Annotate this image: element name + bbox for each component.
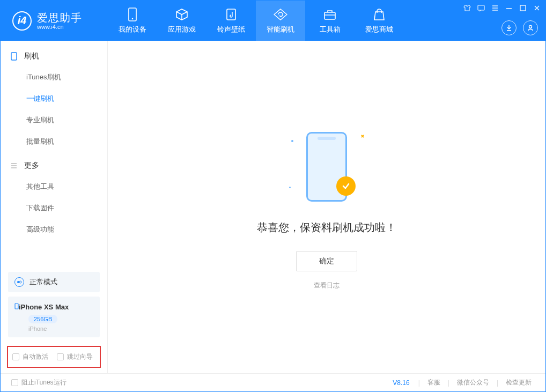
close-icon[interactable] bbox=[533, 4, 541, 12]
checkbox-block-itunes[interactable]: 阻止iTunes运行 bbox=[11, 378, 67, 387]
sidebar-item-oneclick-flash[interactable]: 一键刷机 bbox=[1, 88, 107, 109]
device-type: iPhone bbox=[28, 326, 93, 332]
user-icon[interactable] bbox=[523, 20, 538, 35]
footer-link-support[interactable]: 客服 bbox=[424, 378, 444, 387]
nav-tab-label: 智能刷机 bbox=[267, 25, 294, 34]
sidebar-header-label: 刷机 bbox=[24, 51, 39, 61]
checkbox-box-icon bbox=[12, 353, 19, 360]
view-log-link[interactable]: 查看日志 bbox=[314, 281, 340, 290]
checkbox-box-icon bbox=[11, 379, 18, 386]
checkbox-label: 阻止iTunes运行 bbox=[21, 378, 67, 387]
minimize-icon[interactable] bbox=[505, 4, 513, 12]
separator: | bbox=[418, 379, 420, 387]
app-title: 爱思助手 bbox=[37, 12, 82, 24]
sidebar-item-batch-flash[interactable]: 批量刷机 bbox=[1, 131, 107, 152]
nav-tab-flash[interactable]: 智能刷机 bbox=[256, 1, 305, 41]
sidebar-section-flash: 刷机 iTunes刷机 一键刷机 专业刷机 批量刷机 bbox=[1, 46, 107, 156]
checkbox-label: 跳过向导 bbox=[67, 352, 93, 361]
version-label: V8.16 bbox=[388, 379, 414, 387]
highlighted-checkbox-row: 自动激活 跳过向导 bbox=[7, 346, 101, 368]
mode-icon bbox=[14, 277, 24, 287]
nav-tab-label: 我的设备 bbox=[119, 25, 146, 34]
main-content: 恭喜您，保资料刷机成功啦！ 确定 查看日志 bbox=[108, 41, 545, 373]
download-icon[interactable] bbox=[501, 20, 517, 35]
checkbox-auto-activate[interactable]: 自动激活 bbox=[12, 352, 48, 361]
nav-tab-device[interactable]: 我的设备 bbox=[108, 1, 157, 41]
nav-tab-label: 工具箱 bbox=[320, 25, 341, 34]
feedback-icon[interactable] bbox=[477, 4, 485, 12]
cube-icon bbox=[174, 7, 189, 22]
svg-rect-2 bbox=[227, 9, 235, 20]
svg-rect-10 bbox=[15, 304, 18, 309]
mode-label: 正常模式 bbox=[29, 277, 57, 287]
sidebar-section-more: 更多 其他工具 下载固件 高级功能 bbox=[1, 156, 107, 243]
footer-link-update[interactable]: 检查更新 bbox=[503, 378, 535, 387]
sidebar-header-label: 更多 bbox=[24, 161, 39, 171]
separator: | bbox=[497, 379, 498, 387]
maximize-icon[interactable] bbox=[519, 4, 527, 12]
sidebar-header-more: 更多 bbox=[1, 156, 107, 176]
sidebar-item-other-tools[interactable]: 其他工具 bbox=[1, 176, 107, 197]
sidebar: 刷机 iTunes刷机 一键刷机 专业刷机 批量刷机 更多 其他工具 下载固件 … bbox=[1, 41, 108, 373]
nav-tab-ringtone[interactable]: 铃声壁纸 bbox=[206, 1, 256, 41]
sidebar-header-flash: 刷机 bbox=[1, 46, 107, 66]
menu-icon[interactable] bbox=[491, 4, 499, 12]
mode-card[interactable]: 正常模式 bbox=[8, 272, 100, 292]
nav-tab-toolbox[interactable]: 工具箱 bbox=[305, 1, 355, 41]
nav-tab-label: 爱思商城 bbox=[365, 25, 393, 34]
check-badge-icon bbox=[336, 176, 356, 196]
music-icon bbox=[224, 7, 239, 22]
footer-link-wechat[interactable]: 微信公众号 bbox=[454, 378, 492, 387]
svg-rect-7 bbox=[11, 53, 17, 60]
checkbox-box-icon bbox=[57, 353, 64, 360]
window-controls bbox=[463, 4, 541, 12]
sidebar-item-pro-flash[interactable]: 专业刷机 bbox=[1, 109, 107, 131]
svg-point-6 bbox=[529, 26, 532, 28]
bag-icon bbox=[372, 7, 387, 22]
footer-right: V8.16 | 客服 | 微信公众号 | 检查更新 bbox=[388, 378, 535, 387]
toolbox-icon bbox=[322, 7, 337, 22]
device-name: iPhone XS Max bbox=[19, 303, 69, 311]
sparkle-icon bbox=[360, 134, 365, 138]
sidebar-item-itunes-flash[interactable]: iTunes刷机 bbox=[1, 66, 107, 88]
app-window: i4 爱思助手 www.i4.cn 我的设备 应用游戏 bbox=[0, 0, 546, 392]
skin-icon[interactable] bbox=[463, 4, 471, 12]
footer: 阻止iTunes运行 V8.16 | 客服 | 微信公众号 | 检查更新 bbox=[1, 373, 545, 391]
header-right-icons bbox=[501, 20, 538, 35]
device-icon bbox=[125, 7, 140, 22]
nav-tabs: 我的设备 应用游戏 铃声壁纸 智能刷机 bbox=[108, 1, 404, 41]
refresh-icon bbox=[273, 7, 288, 22]
logo-icon: i4 bbox=[12, 11, 32, 31]
checkbox-label: 自动激活 bbox=[23, 352, 48, 361]
logo-area: i4 爱思助手 www.i4.cn bbox=[1, 11, 108, 31]
device-card[interactable]: iPhone XS Max 256GB iPhone bbox=[8, 297, 100, 337]
sidebar-item-download-firmware[interactable]: 下载固件 bbox=[1, 197, 107, 219]
device-phone-icon bbox=[14, 302, 19, 312]
success-message: 恭喜您，保资料刷机成功啦！ bbox=[257, 220, 396, 235]
separator: | bbox=[448, 379, 449, 387]
svg-point-1 bbox=[132, 18, 134, 20]
device-storage-badge: 256GB bbox=[28, 315, 57, 323]
list-icon bbox=[10, 162, 19, 169]
svg-rect-5 bbox=[520, 5, 526, 11]
success-illustration bbox=[284, 124, 370, 210]
sidebar-item-advanced[interactable]: 高级功能 bbox=[1, 219, 107, 240]
nav-tab-label: 应用游戏 bbox=[168, 25, 196, 34]
titlebar: i4 爱思助手 www.i4.cn 我的设备 应用游戏 bbox=[1, 1, 545, 41]
body: 刷机 iTunes刷机 一键刷机 专业刷机 批量刷机 更多 其他工具 下载固件 … bbox=[1, 41, 545, 373]
sparkle-icon bbox=[289, 187, 291, 188]
nav-tab-store[interactable]: 爱思商城 bbox=[355, 1, 404, 41]
app-subtitle: www.i4.cn bbox=[37, 24, 82, 30]
svg-rect-3 bbox=[324, 12, 335, 19]
sparkle-icon bbox=[291, 140, 293, 142]
phone-icon bbox=[10, 52, 19, 61]
svg-point-8 bbox=[17, 281, 19, 283]
checkbox-skip-guide[interactable]: 跳过向导 bbox=[57, 352, 93, 361]
ok-button[interactable]: 确定 bbox=[296, 251, 357, 271]
svg-rect-4 bbox=[478, 5, 484, 10]
nav-tab-label: 铃声壁纸 bbox=[217, 25, 245, 34]
svg-point-9 bbox=[19, 281, 21, 283]
nav-tab-apps[interactable]: 应用游戏 bbox=[157, 1, 206, 41]
